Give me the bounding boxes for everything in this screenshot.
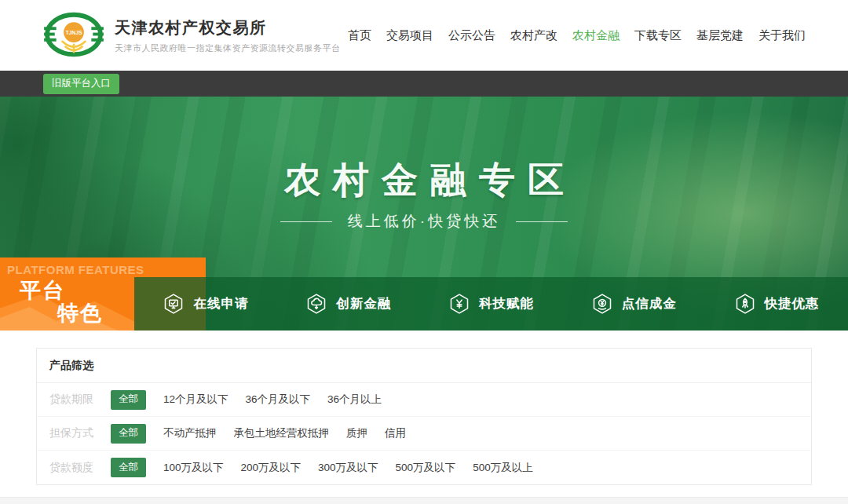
main-nav: 首页 交易项目 公示公告 农村产改 农村金融 下载专区 基层党建 关于我们 [348, 28, 806, 43]
nav-item-notices[interactable]: 公示公告 [448, 28, 495, 43]
feature-online-apply[interactable]: 在线申请 [134, 277, 277, 331]
subtitle-left-line [280, 221, 332, 222]
feature-label: 科技赋能 [479, 295, 534, 312]
filter-row-loan-term: 贷款期限 全部 12个月及以下 36个月及以下 36个月以上 [37, 383, 811, 417]
feature-tech-empowerment[interactable]: 科技赋能 [420, 277, 563, 331]
filter-all-button[interactable]: 全部 [111, 390, 146, 410]
filter-all-button[interactable]: 全部 [111, 458, 146, 477]
filter-label: 贷款额度 [49, 461, 111, 475]
filter-option[interactable]: 承包土地经营权抵押 [234, 426, 330, 440]
feature-credit-to-gold[interactable]: 点信成金 [562, 277, 705, 331]
filter-option[interactable]: 500万及以上 [473, 461, 533, 475]
feature-innovative-finance[interactable]: 创新金融 [277, 277, 420, 331]
filter-option[interactable]: 质押 [346, 426, 367, 440]
hero-banner: 农村金融专区 线上低价·快贷快还 PLATFORM FEATURES 平台 特色… [0, 97, 848, 331]
filter-card-title: 产品筛选 [37, 349, 811, 383]
filter-option[interactable]: 36个月以上 [327, 393, 382, 407]
product-filter-card: 产品筛选 贷款期限 全部 12个月及以下 36个月及以下 36个月以上 担保方式… [36, 348, 812, 485]
nav-item-projects[interactable]: 交易项目 [386, 28, 433, 43]
nav-item-rural-finance[interactable]: 农村金融 [572, 28, 620, 43]
filter-option[interactable]: 信用 [385, 426, 406, 440]
site-logo-icon: TJNJS [43, 9, 104, 62]
main-content: 产品筛选 贷款期限 全部 12个月及以下 36个月及以下 36个月以上 担保方式… [0, 331, 848, 504]
nav-item-party-building[interactable]: 基层党建 [696, 28, 744, 43]
features-title-line2: 特色 [57, 299, 103, 327]
site-header: TJNJS 天津农村产权交易所 天津市人民政府唯一指定集体资产资源流转交易服务平… [0, 0, 848, 71]
filter-option[interactable]: 12个月及以下 [163, 393, 228, 407]
filter-row-loan-amount: 贷款额度 全部 100万及以下 200万及以下 300万及以下 500万及以下 … [37, 451, 811, 484]
filter-option[interactable]: 不动产抵押 [163, 426, 217, 440]
nav-item-about[interactable]: 关于我们 [758, 28, 806, 43]
utility-bar: 旧版平台入口 [0, 71, 848, 97]
feature-label: 快捷优惠 [765, 295, 820, 312]
feature-quick-discount[interactable]: 快捷优惠 [705, 277, 848, 331]
banner-title: 农村金融专区 [0, 156, 848, 205]
yen-hexagon-icon [448, 293, 470, 315]
feature-label: 点信成金 [622, 295, 677, 312]
feature-bar: 在线申请 创新金融 科技赋能 点信成金 [134, 277, 848, 331]
filter-option[interactable]: 200万及以下 [241, 461, 302, 475]
cloud-finance-icon [305, 293, 327, 315]
filter-option[interactable]: 100万及以下 [163, 461, 224, 475]
old-platform-button[interactable]: 旧版平台入口 [43, 74, 119, 94]
nav-item-downloads[interactable]: 下载专区 [634, 28, 682, 43]
feature-label: 创新金融 [336, 295, 391, 312]
feature-label: 在线申请 [193, 295, 248, 312]
subtitle-right-line [516, 221, 568, 222]
filter-label: 担保方式 [49, 426, 111, 440]
coin-credit-icon [591, 293, 613, 315]
banner-subtitle-row: 线上低价·快贷快还 [0, 211, 848, 232]
nav-item-rural-reform[interactable]: 农村产改 [510, 28, 557, 43]
filter-label: 贷款期限 [49, 393, 111, 407]
site-title: 天津农村产权交易所 [115, 17, 341, 38]
banner-subtitle: 线上低价·快贷快还 [348, 211, 500, 232]
filter-option[interactable]: 500万及以下 [396, 461, 456, 475]
filter-all-button[interactable]: 全部 [111, 424, 146, 444]
logo-text: TJNJS [65, 30, 82, 35]
filter-option[interactable]: 300万及以下 [318, 461, 378, 475]
footer-strip [0, 497, 848, 504]
site-title-block: 天津农村产权交易所 天津市人民政府唯一指定集体资产资源流转交易服务平台 [115, 17, 341, 54]
nav-item-home[interactable]: 首页 [348, 28, 371, 43]
filter-option[interactable]: 36个月及以下 [246, 393, 311, 407]
filter-row-guarantee-type: 担保方式 全部 不动产抵押 承包土地经营权抵押 质押 信用 [37, 417, 811, 451]
rocket-icon [734, 293, 756, 315]
site-subtitle: 天津市人民政府唯一指定集体资产资源流转交易服务平台 [115, 42, 341, 54]
monitor-check-icon [163, 293, 185, 315]
platform-features-eyebrow: PLATFORM FEATURES [7, 263, 144, 276]
